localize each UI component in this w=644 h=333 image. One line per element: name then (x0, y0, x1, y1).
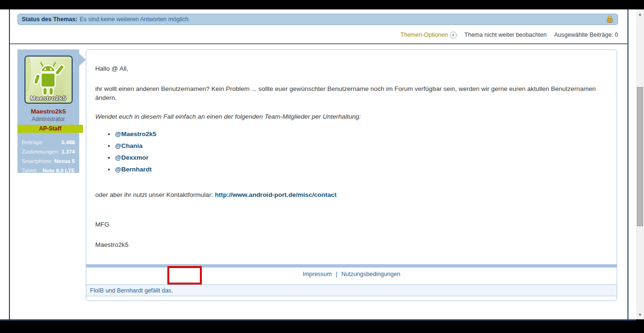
post-message: Hallo @ All, ihr wollt einen anderen Ben… (86, 50, 617, 255)
stat-row-posts: Beiträge: 5.488 (22, 139, 75, 145)
mention-link-maestro2k5[interactable]: @Maestro2k5 (115, 130, 156, 138)
stat-label: Zustimmungen: (22, 149, 59, 154)
list-item: @Chania (115, 141, 608, 151)
lock-icon (605, 15, 614, 24)
mention-list: @Maestro2k5 @Chania @Dexxmor @Bernhardt (115, 129, 608, 175)
author-stats: Beiträge: 5.488 Zustimmungen: 1.374 Smar… (17, 139, 79, 173)
stat-value: Nexus 5 (54, 158, 75, 164)
page-bottom-border (0, 319, 636, 321)
scroll-down-arrow-icon[interactable]: ▼ (636, 311, 644, 318)
author-banner: AP-Staff (17, 125, 83, 133)
scroll-up-arrow-icon[interactable]: ▲ (636, 10, 644, 18)
post-footer-divider (86, 264, 617, 268)
stat-label: Beiträge: (22, 139, 43, 145)
status-message: Es sind keine weiteren Antworten möglich… (80, 16, 190, 23)
liker-link-floib[interactable]: FloIB (90, 287, 104, 294)
vertical-scrollbar[interactable]: ▲ ▼ (636, 9, 644, 319)
thread-options-menu[interactable]: Themen-Optionen ▼ (400, 32, 457, 39)
contact-line: oder aber ihr nutzt unser Kontaktformula… (95, 190, 608, 199)
stat-row-tablet: Tablet: Note 8.0 LTE (22, 168, 75, 173)
stat-label: Smartphone: (22, 158, 53, 164)
header-divider (10, 43, 627, 44)
list-item: @Bernhardt (115, 164, 608, 175)
list-item: @Maestro2k5 (115, 129, 608, 139)
post-signoff: MFG (95, 220, 608, 229)
unwatch-thread-link[interactable]: Thema nicht weiter beobachten (464, 32, 546, 38)
speech-arrow (79, 54, 86, 66)
status-label: Status des Themas: (22, 16, 77, 23)
post-signature: Maestro2k5 (95, 240, 608, 249)
legal-links: Impressum | Nutzungsbedingungen (86, 268, 617, 280)
thread-toolbar: Themen-Optionen ▼ Thema nicht weiter beo… (400, 30, 618, 40)
stat-row-likes: Zustimmungen: 1.374 (22, 149, 75, 154)
legal-separator: | (336, 271, 337, 277)
likes-conjunction: und (104, 287, 117, 294)
stat-value: 5.488 (61, 139, 75, 145)
screen: Status des Themas: Es sind keine weitere… (0, 0, 644, 333)
selected-posts-counter[interactable]: Ausgewählte Beiträge: 0 (554, 32, 618, 38)
thread-status-bar: Status des Themas: Es sind keine weitere… (17, 14, 618, 25)
forum-page: Status des Themas: Es sind keine weitere… (9, 9, 628, 319)
contact-prefix: oder aber ihr nutzt unser Kontaktformula… (95, 191, 215, 198)
likes-suffix: gefällt das. (143, 287, 173, 294)
liker-link-bernhardt[interactable]: Bernhardt (117, 287, 143, 294)
scrollbar-thumb[interactable] (637, 87, 643, 226)
mention-link-chania[interactable]: @Chania (115, 142, 142, 149)
author-username-link[interactable]: Maestro2k5 (17, 108, 79, 115)
mention-link-bernhardt[interactable]: @Bernhardt (115, 166, 152, 173)
avatar-caption: Maestro2k5 (25, 95, 72, 102)
likes-bar: FloIB und Bernhardt gefällt das. (86, 284, 617, 296)
stat-value: 1.374 (61, 149, 75, 154)
avatar[interactable]: Maestro2k5 (25, 56, 73, 104)
post-paragraph: ihr wollt einen anderen Benutzernamen? K… (95, 84, 608, 102)
contact-url-link[interactable]: http://www.android-port.de/misc/contact (215, 191, 337, 198)
stat-label: Tablet: (22, 168, 38, 173)
terms-link[interactable]: Nutzungsbedingungen (341, 271, 400, 277)
post-greeting: Hallo @ All, (95, 64, 608, 73)
impressum-link[interactable]: Impressum (303, 271, 332, 277)
chevron-down-icon[interactable]: ▼ (450, 32, 457, 39)
post-container: Hallo @ All, ihr wollt einen anderen Ben… (86, 49, 617, 301)
mention-link-dexxmor[interactable]: @Dexxmor (115, 154, 149, 161)
stat-row-smartphone: Smartphone: Nexus 5 (22, 158, 75, 164)
stat-value: Note 8.0 LTE (42, 168, 75, 173)
post-paragraph-italic: Wendet euch in diesem Fall einfach an ei… (95, 112, 608, 121)
list-item: @Dexxmor (115, 153, 608, 163)
author-user-card: Maestro2k5 Maestro2k5 Administrator AP-S… (17, 49, 79, 173)
author-title: Administrator (17, 116, 79, 122)
thread-options-label: Themen-Optionen (400, 32, 448, 38)
